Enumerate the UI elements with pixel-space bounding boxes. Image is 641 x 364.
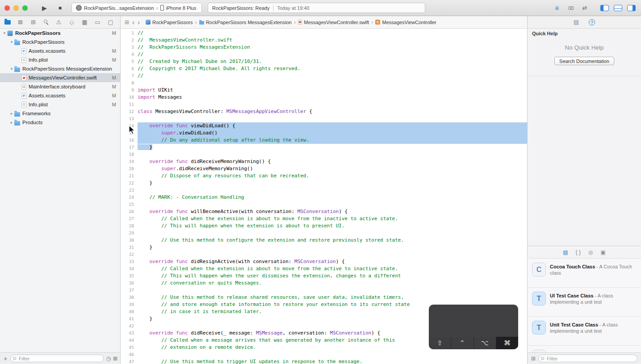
- disclosure-triangle[interactable]: ▸: [9, 111, 14, 116]
- code-line[interactable]: 25: [121, 201, 527, 208]
- code-line[interactable]: 22 }: [121, 180, 527, 187]
- breadcrumb-item[interactable]: CMessagesViewController: [375, 20, 436, 25]
- breadcrumb-item[interactable]: MessagesViewController.swift: [298, 20, 369, 25]
- zoom-button[interactable]: [22, 5, 28, 11]
- navigator-item[interactable]: Info.plistM: [0, 55, 120, 64]
- source-control-navigator-icon[interactable]: ⊠: [17, 19, 24, 25]
- minimize-button[interactable]: [13, 5, 19, 11]
- breakpoint-navigator-icon[interactable]: ▭: [94, 19, 101, 25]
- code-line[interactable]: 21 // Dispose of any resources that can …: [121, 172, 527, 180]
- file-inspector-tab[interactable]: ▤: [574, 19, 579, 25]
- code-line[interactable]: 35 // This will happen when the user dis…: [121, 272, 527, 280]
- search-documentation-button[interactable]: Search Documentation: [554, 57, 614, 65]
- code-line[interactable]: 46: [121, 351, 527, 358]
- code-snippet-library-icon[interactable]: { }: [576, 249, 581, 255]
- assistant-editor-button[interactable]: [566, 4, 575, 12]
- breadcrumb-item[interactable]: RockPaperSissors MessagesExtension: [199, 20, 292, 25]
- navigator-item[interactable]: Assets.xcassetsM: [0, 46, 120, 55]
- library-item[interactable]: CCocoa Touch Class - A Cocoa Touch class: [528, 259, 641, 288]
- test-navigator-icon[interactable]: ◇: [68, 19, 75, 25]
- code-line[interactable]: 23: [121, 187, 527, 194]
- code-line[interactable]: 10import Messages: [121, 94, 527, 101]
- code-line[interactable]: 3// RockPaperSissors MessagesExtension: [121, 44, 527, 51]
- code-line[interactable]: 47 // Use this method to trigger UI upda…: [121, 358, 527, 364]
- code-line[interactable]: 4//: [121, 51, 527, 58]
- navigator-item[interactable]: ▾RockPaperSissorsM: [0, 29, 120, 38]
- device-name[interactable]: iPhone 8 Plus: [166, 5, 197, 11]
- project-navigator-icon[interactable]: [4, 20, 11, 25]
- related-items-button[interactable]: ⊞: [125, 19, 129, 25]
- navigator-item[interactable]: MessagesViewController.swiftM: [0, 73, 120, 82]
- code-line[interactable]: 13: [121, 115, 527, 122]
- code-line[interactable]: 38 // Use this method to release shared …: [121, 294, 527, 301]
- toggle-debug-area-button[interactable]: [614, 5, 622, 11]
- toggle-navigator-button[interactable]: [600, 5, 609, 11]
- grid-view-icon[interactable]: ⊞: [531, 356, 536, 362]
- navigator-item[interactable]: Assets.xcassetsM: [0, 91, 120, 100]
- code-line[interactable]: 29: [121, 230, 527, 237]
- disclosure-triangle[interactable]: ▾: [9, 67, 14, 71]
- navigator-item[interactable]: ▾RockPaperSissors MessagesExtension: [0, 64, 120, 73]
- toggle-inspector-button[interactable]: [627, 5, 636, 11]
- navigator-item[interactable]: MainInterface.storyboardM: [0, 82, 120, 91]
- quick-help-tab[interactable]: ?: [589, 19, 595, 25]
- code-line[interactable]: 33 override func didResignActive(with co…: [121, 258, 527, 265]
- disclosure-triangle[interactable]: ▸: [9, 120, 14, 125]
- navigator-item[interactable]: ▾RockPaperSissors: [0, 38, 120, 46]
- navigator-item[interactable]: ▸Products: [0, 118, 120, 127]
- code-line[interactable]: 28 // This will happen when the extensio…: [121, 222, 527, 230]
- code-line[interactable]: 2// MessagesViewController.swift: [121, 37, 527, 44]
- code-line[interactable]: 19 override func didReceiveMemoryWarning…: [121, 158, 527, 165]
- breadcrumb-item[interactable]: RockPaperSissors: [146, 20, 193, 25]
- navigator-item[interactable]: ▸Frameworks: [0, 109, 120, 118]
- scheme-selector[interactable]: RockPaperSis...sagesExtension › iPhone 8…: [71, 3, 202, 13]
- library-item[interactable]: TUI Test Case Class - A class implementi…: [528, 288, 641, 317]
- object-library-icon[interactable]: ◎: [588, 249, 593, 255]
- code-line[interactable]: 27 // Called when the extension is about…: [121, 215, 527, 222]
- library-item[interactable]: TUnit Test Case Class - A class implemen…: [528, 317, 641, 346]
- code-line[interactable]: 37: [121, 287, 527, 294]
- code-line[interactable]: 36 // conversation or quits Messages.: [121, 280, 527, 287]
- code-line[interactable]: 7//: [121, 72, 527, 79]
- standard-editor-button[interactable]: ≡: [553, 4, 561, 12]
- code-line[interactable]: 20 super.didReceiveMemoryWarning(): [121, 165, 527, 172]
- navigator-item[interactable]: Info.plistM: [0, 100, 120, 109]
- code-line[interactable]: 16 // Do any additional setup after load…: [121, 137, 527, 144]
- code-line[interactable]: 31 }: [121, 244, 527, 251]
- code-line[interactable]: 5// Created by Michael Dube on 2017/10/3…: [121, 58, 527, 65]
- back-button[interactable]: ‹: [132, 20, 134, 25]
- disclosure-triangle[interactable]: ▾: [9, 40, 14, 44]
- symbol-navigator-icon[interactable]: ⊞: [30, 19, 37, 25]
- version-editor-button[interactable]: ⇄: [580, 4, 589, 12]
- code-line[interactable]: 30 // Use this method to configure the e…: [121, 237, 527, 244]
- run-button[interactable]: ▶: [42, 5, 47, 11]
- add-button[interactable]: +: [3, 355, 8, 362]
- find-navigator-icon[interactable]: [43, 19, 49, 25]
- stop-button[interactable]: ■: [59, 5, 62, 11]
- code-line[interactable]: 9import UIKit: [121, 87, 527, 94]
- library-filter-input[interactable]: [538, 355, 637, 362]
- media-library-icon[interactable]: ▣: [600, 249, 605, 255]
- library-item[interactable]: [528, 346, 641, 352]
- scheme-name[interactable]: RockPaperSis...sagesExtension: [84, 5, 154, 11]
- disclosure-triangle[interactable]: ▾: [2, 31, 7, 35]
- code-line[interactable]: 34 // Called when the extension is about…: [121, 265, 527, 272]
- report-navigator-icon[interactable]: ▢: [107, 19, 114, 25]
- code-line[interactable]: 8: [121, 79, 527, 87]
- code-line[interactable]: 1//: [121, 29, 527, 37]
- file-template-library-icon[interactable]: ▤: [563, 249, 568, 255]
- source-control-status-icon[interactable]: ⊠: [113, 356, 117, 362]
- code-line[interactable]: 24 // MARK: - Conversation Handling: [121, 194, 527, 201]
- code-line[interactable]: 32: [121, 251, 527, 258]
- code-line[interactable]: 26 override func willBecomeActive(with c…: [121, 208, 527, 215]
- recent-files-icon[interactable]: ◷: [106, 356, 110, 362]
- code-line[interactable]: 12class MessagesViewController: MSMessag…: [121, 108, 527, 115]
- code-line[interactable]: 14 override func viewDidLoad() {: [121, 122, 527, 130]
- navigator-filter-input[interactable]: [10, 355, 104, 362]
- code-line[interactable]: 18: [121, 151, 527, 158]
- close-button[interactable]: [4, 5, 10, 11]
- forward-button[interactable]: ›: [138, 20, 140, 25]
- code-line[interactable]: 15 super.viewDidLoad(): [121, 130, 527, 137]
- debug-navigator-icon[interactable]: ▦: [81, 19, 88, 25]
- issue-navigator-icon[interactable]: ⚠: [55, 19, 62, 25]
